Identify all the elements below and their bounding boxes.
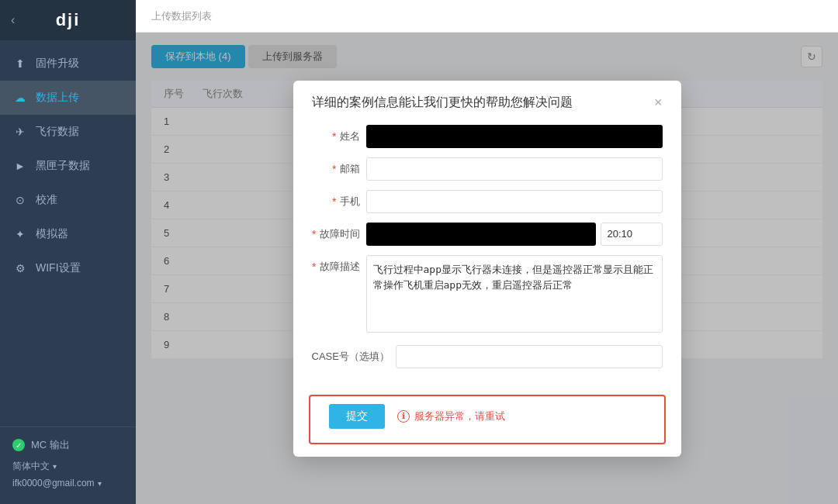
email-field-control [366, 157, 663, 181]
back-icon[interactable]: ‹ [11, 13, 15, 27]
phone-field-row: * 手机 [312, 190, 663, 213]
fault-time-label: * 故障时间 [312, 223, 366, 241]
case-input[interactable] [396, 345, 663, 368]
sidebar-item-label: 校准 [36, 193, 57, 207]
phone-input[interactable] [366, 190, 663, 213]
calibration-icon: ⊙ [12, 192, 28, 208]
user-email[interactable]: ifk0000@gmail.com ▾ [12, 478, 123, 488]
sidebar-item-simulator[interactable]: ✦ 模拟器 [0, 217, 136, 251]
flight-data-icon: ✈ [12, 124, 28, 140]
fault-time-field-row: * 故障时间 [312, 223, 663, 246]
sidebar-nav: ⬆ 固件升级 ☁ 数据上传 ✈ 飞行数据 ► 黑匣子数据 ⊙ 校准 ✦ 模拟器 … [0, 40, 136, 426]
dialog-body: * 姓名 * 邮箱 [293, 122, 681, 395]
sidebar-item-label: 固件升级 [36, 57, 79, 71]
fault-desc-label: * 故障描述 [312, 255, 366, 274]
sidebar-item-data-upload[interactable]: ☁ 数据上传 [0, 81, 136, 115]
email-input[interactable] [366, 157, 663, 181]
dialog-close-button[interactable]: × [654, 95, 663, 109]
main-header: 上传数据列表 [136, 0, 838, 33]
main-body: 保存到本地 (4) 上传到服务器 ↻ 序号 飞行次数 1 2 3 4 5 6 7… [136, 33, 838, 504]
phone-label: * 手机 [312, 190, 366, 209]
sidebar-item-firmware[interactable]: ⬆ 固件升级 [0, 47, 136, 81]
fault-time-field-control [366, 223, 663, 246]
main-content: 上传数据列表 保存到本地 (4) 上传到服务器 ↻ 序号 飞行次数 1 2 3 … [136, 0, 838, 504]
error-message: ℹ 服务器异常，请重试 [397, 409, 505, 423]
sidebar-item-label: 数据上传 [36, 91, 79, 105]
dialog-title: 详细的案例信息能让我们更快的帮助您解决问题 [312, 95, 573, 111]
phone-field-control [366, 190, 663, 213]
dialog: 详细的案例信息能让我们更快的帮助您解决问题 × * 姓名 [293, 81, 681, 457]
dialog-footer: 提交 ℹ 服务器异常，请重试 [309, 395, 666, 444]
email-label: ifk0000@gmail.com [12, 478, 95, 488]
language-selector[interactable]: 简体中文 ▾ [12, 460, 123, 473]
sidebar-item-flight-data[interactable]: ✈ 飞行数据 [0, 115, 136, 149]
sidebar: ‹ dji ⬆ 固件升级 ☁ 数据上传 ✈ 飞行数据 ► 黑匣子数据 ⊙ 校准 … [0, 0, 136, 504]
required-star: * [332, 130, 336, 143]
data-upload-icon: ☁ [12, 90, 28, 105]
sidebar-item-label: 飞行数据 [36, 125, 79, 139]
sidebar-item-blackbox[interactable]: ► 黑匣子数据 [0, 149, 136, 183]
datetime-row [366, 223, 663, 246]
email-field-row: * 邮箱 [312, 157, 663, 181]
case-label: CASE号（选填） [312, 350, 396, 364]
time-input[interactable] [601, 223, 663, 246]
error-icon: ℹ [397, 410, 410, 423]
mc-output: ✓ MC 输出 [12, 438, 123, 452]
required-star: * [312, 228, 316, 240]
fault-desc-field-row: * 故障描述 飞行过程中app显示飞行器未连接，但是遥控器正常显示且能正常操作飞… [312, 255, 663, 336]
mc-status-dot: ✓ [12, 439, 25, 451]
breadcrumb: 上传数据列表 [151, 9, 212, 23]
fault-desc-field-control: 飞行过程中app显示飞行器未连接，但是遥控器正常显示且能正常操作飞机重启app无… [366, 255, 663, 336]
sidebar-item-label: 黑匣子数据 [36, 159, 90, 173]
email-label: * 邮箱 [312, 157, 366, 176]
name-field-row: * 姓名 [312, 125, 663, 148]
submit-button[interactable]: 提交 [329, 404, 385, 429]
name-label: * 姓名 [312, 125, 366, 143]
wifi-icon: ⚙ [12, 261, 28, 276]
sidebar-item-label: WIFI设置 [36, 261, 81, 275]
sidebar-footer: ✓ MC 输出 简体中文 ▾ ifk0000@gmail.com ▾ [0, 426, 136, 504]
case-field-row: CASE号（选填） [312, 345, 663, 368]
fault-desc-input[interactable]: 飞行过程中app显示飞行器未连接，但是遥控器正常显示且能正常操作飞机重启app无… [366, 255, 663, 333]
mc-output-label: MC 输出 [31, 438, 70, 452]
simulator-icon: ✦ [12, 226, 28, 242]
language-label: 简体中文 [12, 460, 50, 473]
date-input-redacted [366, 223, 596, 246]
sidebar-logo: dji [56, 10, 81, 30]
modal-overlay: 详细的案例信息能让我们更快的帮助您解决问题 × * 姓名 [136, 33, 838, 504]
error-text: 服务器异常，请重试 [414, 409, 505, 423]
name-input-redacted [366, 125, 663, 148]
sidebar-header: ‹ dji [0, 0, 136, 40]
required-star: * [312, 261, 316, 273]
chevron-down-icon: ▾ [53, 462, 57, 471]
sidebar-item-calibration[interactable]: ⊙ 校准 [0, 183, 136, 217]
blackbox-icon: ► [12, 158, 28, 174]
chevron-down-icon: ▾ [98, 479, 102, 488]
required-star: * [332, 195, 336, 208]
name-field-control [366, 125, 663, 148]
dialog-header: 详细的案例信息能让我们更快的帮助您解决问题 × [293, 81, 681, 122]
required-star: * [332, 163, 336, 175]
sidebar-item-wifi[interactable]: ⚙ WIFI设置 [0, 251, 136, 285]
sidebar-item-label: 模拟器 [36, 227, 68, 241]
firmware-icon: ⬆ [12, 56, 28, 71]
